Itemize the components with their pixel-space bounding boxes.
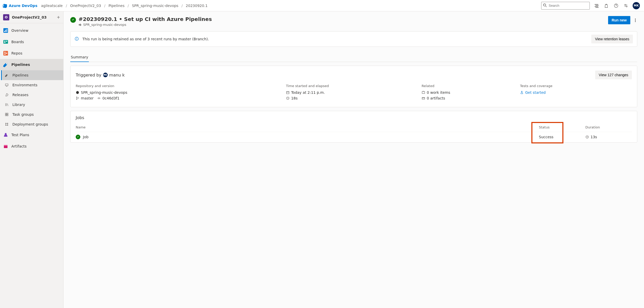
artifacts-count[interactable]: 0 artifacts bbox=[427, 96, 445, 100]
breadcrumb-org[interactable]: agileatscale bbox=[41, 4, 63, 8]
breadcrumb-pipeline[interactable]: SPR_spring-music-devops bbox=[132, 4, 179, 8]
calendar-icon bbox=[286, 91, 290, 94]
nav-sub-library[interactable]: Library bbox=[1, 100, 63, 110]
breadcrumb: agileatscale / OneProjectV2_03 / Pipelin… bbox=[41, 4, 208, 8]
deployment-groups-icon bbox=[4, 122, 9, 127]
artifact-icon bbox=[422, 96, 425, 100]
brand-label: Azure DevOps bbox=[9, 4, 37, 8]
filter-icon[interactable] bbox=[593, 3, 600, 9]
svg-point-31 bbox=[76, 97, 77, 98]
brand[interactable]: Azure DevOps bbox=[3, 3, 37, 8]
svg-point-2 bbox=[626, 6, 627, 7]
repos-icon bbox=[3, 51, 8, 56]
job-status: Success bbox=[539, 135, 585, 139]
job-row[interactable]: Job Success 13s bbox=[76, 132, 632, 142]
nav-sub-environments[interactable]: Environments bbox=[1, 80, 63, 90]
branch-link[interactable]: master bbox=[81, 96, 94, 100]
svg-rect-37 bbox=[422, 91, 425, 94]
azure-devops-logo-icon bbox=[3, 3, 7, 8]
svg-rect-8 bbox=[4, 41, 5, 42]
nav-boards[interactable]: Boards bbox=[0, 36, 63, 48]
page-title: #20230920.1 • Set up CI with Azure Pipel… bbox=[79, 16, 212, 22]
svg-rect-20 bbox=[7, 115, 8, 116]
svg-point-14 bbox=[6, 53, 7, 54]
svg-point-33 bbox=[78, 98, 79, 98]
breadcrumb-run[interactable]: 20230920.1 bbox=[186, 4, 208, 8]
nav-test-plans[interactable]: Test Plans bbox=[0, 129, 63, 141]
job-duration: 13s bbox=[591, 135, 597, 139]
svg-rect-4 bbox=[4, 31, 5, 32]
retention-banner: This run is being retained as one of 3 r… bbox=[70, 31, 637, 47]
svg-rect-10 bbox=[4, 42, 5, 43]
svg-rect-6 bbox=[7, 29, 7, 32]
nav-sub-deployment-groups[interactable]: Deployment groups bbox=[1, 119, 63, 129]
search-box bbox=[541, 2, 590, 10]
svg-point-34 bbox=[98, 98, 100, 99]
view-changes-button[interactable]: View 127 changes bbox=[595, 71, 632, 79]
search-input[interactable] bbox=[541, 2, 590, 10]
add-project-icon[interactable]: + bbox=[57, 15, 60, 20]
svg-point-12 bbox=[4, 52, 5, 53]
view-retention-leases-button[interactable]: View retention leases bbox=[591, 35, 633, 43]
svg-point-24 bbox=[7, 125, 8, 126]
nav-artifacts[interactable]: Artifacts bbox=[0, 141, 63, 152]
commit-link[interactable]: 0c46d3f1 bbox=[102, 96, 119, 100]
svg-point-15 bbox=[6, 63, 7, 64]
pipeline-icon bbox=[79, 23, 82, 26]
user-avatar[interactable]: MK bbox=[633, 2, 640, 9]
flask-icon bbox=[520, 91, 524, 94]
clock-icon bbox=[585, 135, 589, 139]
job-success-icon bbox=[76, 135, 80, 139]
pipelines-icon bbox=[3, 62, 8, 67]
commit-icon bbox=[97, 96, 101, 100]
settings-icon[interactable] bbox=[623, 3, 629, 9]
jobs-col-duration: Duration bbox=[585, 125, 632, 129]
job-name: Job bbox=[83, 135, 89, 139]
tabs: Summary bbox=[70, 53, 637, 62]
pipeline-name-link[interactable]: SPR_spring-music-devops bbox=[83, 23, 126, 27]
nav-sub-releases[interactable]: Releases bbox=[1, 90, 63, 100]
artifacts-icon bbox=[3, 144, 8, 149]
run-status-success-icon bbox=[70, 17, 76, 23]
nav-pipelines[interactable]: Pipelines bbox=[0, 59, 63, 70]
releases-icon bbox=[4, 92, 9, 97]
more-actions-button[interactable] bbox=[633, 17, 637, 24]
repo-name-link[interactable]: SPR_spring-music-devops bbox=[81, 90, 127, 95]
svg-point-22 bbox=[7, 123, 8, 124]
svg-point-1 bbox=[625, 4, 626, 5]
project-initial: O bbox=[3, 14, 9, 20]
sidebar: O OneProjectV2_03 + Overview Boards Repo… bbox=[0, 11, 64, 308]
run-new-button[interactable]: Run new bbox=[608, 16, 630, 24]
main-content: #20230920.1 • Set up CI with Azure Pipel… bbox=[64, 11, 644, 308]
library-icon bbox=[4, 102, 9, 107]
triggered-by-label: Triggered by bbox=[76, 73, 102, 78]
get-started-link[interactable]: Get started bbox=[525, 90, 546, 95]
svg-rect-27 bbox=[79, 24, 80, 25]
svg-point-13 bbox=[4, 54, 5, 55]
boards-icon bbox=[3, 39, 8, 44]
marketplace-icon[interactable] bbox=[603, 3, 609, 9]
svg-rect-17 bbox=[5, 113, 6, 114]
summary-card: Triggered by MK manu k View 127 changes … bbox=[70, 66, 637, 107]
elapsed-time: 18s bbox=[291, 96, 298, 100]
overview-icon bbox=[3, 28, 8, 33]
related-head: Related bbox=[422, 84, 515, 88]
breadcrumb-section[interactable]: Pipelines bbox=[108, 4, 125, 8]
breadcrumb-project[interactable]: OneProjectV2_03 bbox=[70, 4, 101, 8]
nav-repos[interactable]: Repos bbox=[0, 48, 63, 59]
time-head: Time started and elapsed bbox=[286, 84, 416, 88]
jobs-heading: Jobs bbox=[76, 115, 632, 120]
nav-sub-task-groups[interactable]: Task groups bbox=[1, 110, 63, 119]
work-items-count[interactable]: 0 work items bbox=[427, 90, 450, 95]
nav-overview[interactable]: Overview bbox=[0, 25, 63, 36]
test-plans-icon bbox=[3, 132, 8, 137]
project-switcher[interactable]: O OneProjectV2_03 + bbox=[0, 11, 63, 23]
svg-rect-19 bbox=[5, 115, 6, 116]
branch-icon bbox=[76, 96, 79, 100]
tab-summary[interactable]: Summary bbox=[70, 53, 89, 62]
trigger-user-name[interactable]: manu k bbox=[109, 73, 125, 78]
svg-point-32 bbox=[76, 99, 77, 100]
help-icon[interactable] bbox=[613, 3, 619, 9]
environments-icon bbox=[4, 82, 9, 88]
nav-sub-pipelines[interactable]: Pipelines bbox=[1, 70, 63, 80]
